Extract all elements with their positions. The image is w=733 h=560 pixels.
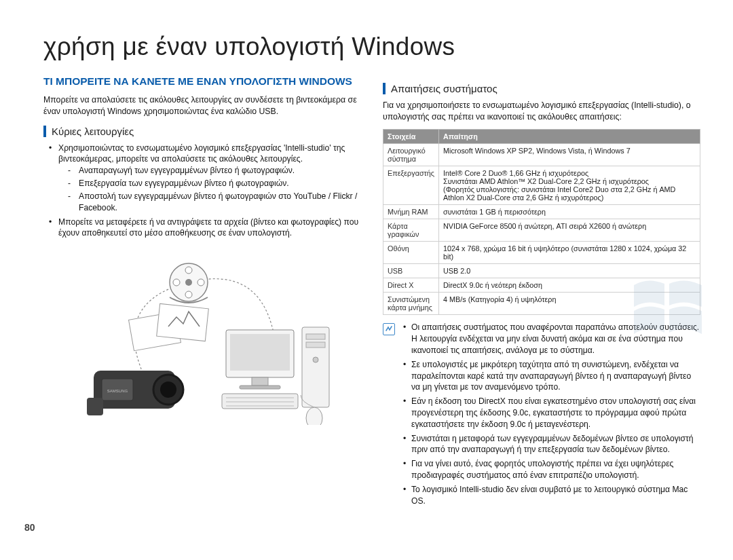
table-cell: 1024 x 768, χρώμα 16 bit ή υψηλότερο (συ… <box>439 242 700 264</box>
main-functions-list: Χρησιμοποιώντας το ενσωματωμένο λογισμικ… <box>43 143 361 240</box>
table-cell: Intel® Core 2 Duo® 1,66 GHz ή ισχυρότερο… <box>439 166 700 205</box>
list-item: Το λογισμικό Intelli-studio δεν είναι συ… <box>403 484 700 507</box>
note-icon <box>383 323 395 335</box>
list-item: Αποστολή των εγγεγραμμένων βίντεο ή φωτο… <box>68 191 361 214</box>
page-title: χρήση με έναν υπολογιστή Windows <box>43 33 700 61</box>
table-header: Απαίτηση <box>439 130 700 144</box>
svg-rect-13 <box>87 398 103 415</box>
svg-point-2 <box>185 267 192 274</box>
svg-point-26 <box>306 407 322 425</box>
svg-text:SAMSUNG: SAMSUNG <box>107 389 128 393</box>
svg-rect-16 <box>252 377 268 386</box>
list-item: Χρησιμοποιώντας το ενσωματωμένο λογισμικ… <box>49 143 361 214</box>
svg-rect-17 <box>240 386 280 389</box>
illustration-camera-pc: SAMSUNG <box>43 248 361 425</box>
list-item-text: Χρησιμοποιώντας το ενσωματωμένο λογισμικ… <box>58 143 345 164</box>
table-cell: Επεξεργαστής <box>383 166 439 205</box>
table-cell: Οθόνη <box>383 242 439 264</box>
table-row: Κάρτα γραφικώνNVIDIA GeForce 8500 ή ανώτ… <box>383 219 700 242</box>
table-row: ΕπεξεργαστήςIntel® Core 2 Duo® 1,66 GHz … <box>383 166 700 205</box>
list-item: Για να γίνει αυτό, ένας φορητός υπολογισ… <box>403 458 700 481</box>
table-cell: Συνιστώμενη κάρτα μνήμης <box>383 293 439 315</box>
table-cell: Direct X <box>383 278 439 293</box>
svg-point-3 <box>185 291 192 298</box>
svg-point-5 <box>198 279 204 286</box>
list-item: Αναπαραγωγή των εγγεγραμμένων βίντεο ή φ… <box>68 165 361 176</box>
sub-heading-system-req: Απαιτήσεις συστήματος <box>383 83 700 94</box>
sub-heading-main-functions: Κύριες λειτουργίες <box>43 126 361 137</box>
svg-rect-24 <box>306 342 325 348</box>
table-header: Στοιχεία <box>383 130 439 144</box>
svg-point-4 <box>173 279 180 286</box>
table-row: Μνήμη RAMσυνιστάται 1 GB ή περισσότερη <box>383 205 700 219</box>
table-cell: συνιστάται 1 GB ή περισσότερη <box>439 205 700 219</box>
list-item: Εάν η έκδοση του DirectX που είναι εγκατ… <box>403 396 700 430</box>
list-item: Σε υπολογιστές με μικρότερη ταχύτητα από… <box>403 359 700 393</box>
table-row: Λειτουργικό σύστημαMicrosoft Windows XP … <box>383 144 700 166</box>
svg-point-25 <box>313 357 318 362</box>
intro-left: Μπορείτε να απολαύσετε τις ακόλουθες λει… <box>43 94 361 117</box>
note-box: Οι απαιτήσεις συστήματος που αναφέρονται… <box>383 322 700 509</box>
svg-rect-18 <box>222 394 298 409</box>
left-column: ΤΙ ΜΠΟΡΕΙΤΕ ΝΑ ΚΑΝΕΤΕ ΜΕ ΕΝΑΝ ΥΠΟΛΟΓΙΣΤΗ… <box>43 75 361 510</box>
section-heading-left: ΤΙ ΜΠΟΡΕΙΤΕ ΝΑ ΚΑΝΕΤΕ ΜΕ ΕΝΑΝ ΥΠΟΛΟΓΙΣΤΗ… <box>43 75 361 88</box>
list-item: Συνιστάται η μεταφορά των εγγεγραμμένων … <box>403 433 700 456</box>
list-item: Μπορείτε να μεταφέρετε ή να αντιγράψετε … <box>49 217 361 240</box>
svg-rect-23 <box>306 334 325 339</box>
intro-right: Για να χρησιμοποιήσετε το ενσωματωμένο λ… <box>383 100 700 122</box>
table-cell: Λειτουργικό σύστημα <box>383 144 439 166</box>
table-cell: USB <box>383 264 439 278</box>
table-cell: Μνήμη RAM <box>383 205 439 219</box>
svg-point-10 <box>160 381 176 398</box>
svg-rect-15 <box>230 334 290 371</box>
table-cell: Microsoft Windows XP SP2, Windows Vista,… <box>439 144 700 166</box>
notes-list: Οι απαιτήσεις συστήματος που αναφέρονται… <box>403 322 700 509</box>
table-cell: NVIDIA GeForce 8500 ή ανώτερη, ATI σειρά… <box>439 219 700 242</box>
table-cell: Κάρτα γραφικών <box>383 219 439 242</box>
list-item: Επεξεργασία των εγγεγραμμένων βίντεο ή φ… <box>68 178 361 189</box>
page-number: 80 <box>24 522 35 533</box>
table-row: Οθόνη1024 x 768, χρώμα 16 bit ή υψηλότερ… <box>383 242 700 264</box>
windows-logo-watermark <box>627 272 709 349</box>
svg-point-1 <box>185 279 192 286</box>
